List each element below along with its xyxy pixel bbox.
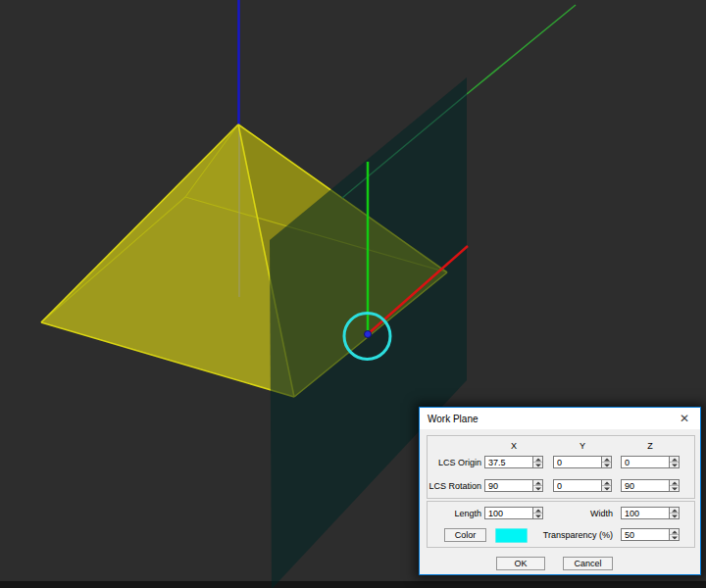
lcs-rotation-z-spinner [669,479,680,492]
cancel-button[interactable]: Cancel [563,557,613,570]
lcs-rotation-y-spinner [601,479,612,492]
width-spinner [669,507,680,519]
lcs-rotation-x-spinner [532,479,543,492]
length-label: Length [422,509,481,518]
width-input[interactable] [621,507,670,519]
close-icon[interactable]: ✕ [677,412,692,425]
lcs-origin-z-spinner [669,456,680,468]
lcs-rotation-z-input[interactable] [621,479,670,492]
length-field [484,507,543,519]
width-label: Width [537,509,613,518]
lcs-origin-x-spinner [532,456,543,468]
column-header-z: Z [621,441,680,451]
lcs-origin-y-spinner [601,456,612,468]
transparency-input[interactable] [621,528,670,541]
ok-button[interactable]: OK [496,557,545,570]
column-header-y: Y [553,441,612,451]
lcs-rotation-label: LCS Rotation [422,481,481,491]
lcs-origin-x-input[interactable] [484,456,533,468]
work-plane-dialog: Work Plane ✕ X Y Z LCS Origin LCS Rotati… [419,407,701,575]
spinner-down-button[interactable] [533,486,542,491]
lcs-rotation-y-input[interactable] [553,479,602,492]
spinner-down-button[interactable] [602,463,611,467]
viewport-bottom-band [0,581,706,588]
lcs-rotation-y-field [553,479,612,492]
lcs-origin-x-field [484,456,543,468]
transparency-spinner [669,528,680,541]
width-field [621,507,680,519]
column-header-x: X [484,441,543,451]
spinner-down-button[interactable] [670,486,679,491]
origin-dot [365,331,372,338]
lcs-origin-label: LCS Origin [422,458,481,467]
spinner-down-button[interactable] [670,535,679,540]
spinner-down-button[interactable] [602,486,611,491]
lcs-rotation-z-field [621,479,680,492]
length-input[interactable] [484,507,533,519]
lcs-rotation-x-field [484,479,543,492]
lcs-origin-y-field [553,456,612,468]
lcs-origin-z-field [621,456,680,468]
lcs-origin-y-input[interactable] [553,456,602,468]
dialog-titlebar[interactable]: Work Plane ✕ [420,408,700,429]
spinner-down-button[interactable] [670,514,679,518]
spinner-down-button[interactable] [670,463,679,467]
lcs-origin-z-input[interactable] [621,456,670,468]
transparency-field [621,528,680,541]
spinner-down-button[interactable] [533,463,542,467]
dialog-title: Work Plane [428,414,479,424]
transparency-label: Transparency (%) [479,530,613,540]
lcs-rotation-x-input[interactable] [484,479,533,492]
